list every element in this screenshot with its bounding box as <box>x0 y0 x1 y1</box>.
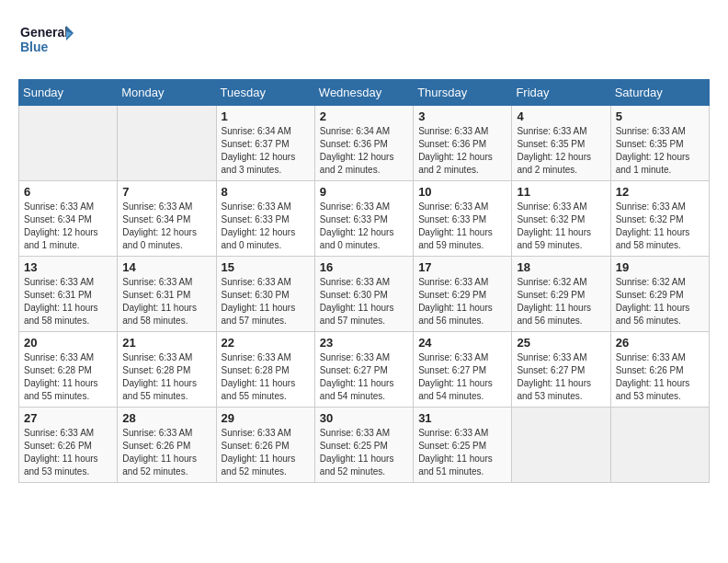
calendar-cell: 24Sunrise: 6:33 AM Sunset: 6:27 PM Dayli… <box>414 332 512 408</box>
calendar-cell: 9Sunrise: 6:33 AM Sunset: 6:33 PM Daylig… <box>314 181 413 257</box>
svg-text:General: General <box>20 25 68 40</box>
day-number: 31 <box>418 411 506 425</box>
day-number: 27 <box>24 411 112 425</box>
day-of-week-header: Monday <box>118 80 216 106</box>
day-info: Sunrise: 6:33 AM Sunset: 6:28 PM Dayligh… <box>24 351 112 403</box>
calendar-cell: 18Sunrise: 6:32 AM Sunset: 6:29 PM Dayli… <box>512 257 610 332</box>
day-number: 26 <box>616 336 704 350</box>
day-number: 16 <box>320 260 408 274</box>
day-number: 20 <box>24 336 112 350</box>
day-number: 15 <box>222 260 310 274</box>
logo: General Blue <box>18 18 74 64</box>
day-of-week-header: Tuesday <box>216 80 314 106</box>
calendar-cell: 31Sunrise: 6:33 AM Sunset: 6:25 PM Dayli… <box>414 408 512 483</box>
day-number: 12 <box>616 185 704 199</box>
day-number: 11 <box>517 185 605 199</box>
calendar-cell <box>19 106 118 181</box>
day-number: 13 <box>24 260 112 274</box>
day-info: Sunrise: 6:33 AM Sunset: 6:33 PM Dayligh… <box>320 201 408 252</box>
day-info: Sunrise: 6:33 AM Sunset: 6:30 PM Dayligh… <box>320 276 408 327</box>
day-info: Sunrise: 6:33 AM Sunset: 6:32 PM Dayligh… <box>616 201 704 252</box>
day-info: Sunrise: 6:33 AM Sunset: 6:25 PM Dayligh… <box>418 427 506 478</box>
day-number: 6 <box>24 185 112 199</box>
calendar-cell: 19Sunrise: 6:32 AM Sunset: 6:29 PM Dayli… <box>610 257 709 332</box>
calendar-cell: 30Sunrise: 6:33 AM Sunset: 6:25 PM Dayli… <box>314 408 413 483</box>
day-of-week-header: Friday <box>512 80 610 106</box>
day-info: Sunrise: 6:33 AM Sunset: 6:36 PM Dayligh… <box>418 125 506 177</box>
calendar-cell: 23Sunrise: 6:33 AM Sunset: 6:27 PM Dayli… <box>314 332 413 408</box>
calendar-cell <box>118 106 216 181</box>
day-info: Sunrise: 6:33 AM Sunset: 6:27 PM Dayligh… <box>517 351 605 403</box>
calendar-cell <box>610 408 709 483</box>
day-info: Sunrise: 6:33 AM Sunset: 6:27 PM Dayligh… <box>418 351 506 403</box>
calendar-cell: 16Sunrise: 6:33 AM Sunset: 6:30 PM Dayli… <box>314 257 413 332</box>
day-number: 7 <box>122 185 210 199</box>
calendar-week-row: 27Sunrise: 6:33 AM Sunset: 6:26 PM Dayli… <box>19 408 710 483</box>
day-info: Sunrise: 6:33 AM Sunset: 6:34 PM Dayligh… <box>122 201 210 252</box>
calendar-cell: 12Sunrise: 6:33 AM Sunset: 6:32 PM Dayli… <box>610 181 709 257</box>
day-of-week-header: Saturday <box>610 80 709 106</box>
page-header: General Blue <box>18 18 710 64</box>
day-info: Sunrise: 6:33 AM Sunset: 6:25 PM Dayligh… <box>320 427 408 478</box>
day-number: 3 <box>418 109 506 123</box>
day-info: Sunrise: 6:33 AM Sunset: 6:26 PM Dayligh… <box>616 351 704 403</box>
calendar-table: SundayMondayTuesdayWednesdayThursdayFrid… <box>18 79 710 483</box>
calendar-cell: 14Sunrise: 6:33 AM Sunset: 6:31 PM Dayli… <box>118 257 216 332</box>
day-number: 19 <box>616 260 704 274</box>
calendar-cell: 2Sunrise: 6:34 AM Sunset: 6:36 PM Daylig… <box>314 106 413 181</box>
day-info: Sunrise: 6:33 AM Sunset: 6:35 PM Dayligh… <box>517 125 605 177</box>
calendar-cell: 11Sunrise: 6:33 AM Sunset: 6:32 PM Dayli… <box>512 181 610 257</box>
day-number: 21 <box>122 336 210 350</box>
day-info: Sunrise: 6:32 AM Sunset: 6:29 PM Dayligh… <box>517 276 605 327</box>
calendar-week-row: 13Sunrise: 6:33 AM Sunset: 6:31 PM Dayli… <box>19 257 710 332</box>
calendar-cell: 26Sunrise: 6:33 AM Sunset: 6:26 PM Dayli… <box>610 332 709 408</box>
day-number: 9 <box>320 185 408 199</box>
calendar-cell: 22Sunrise: 6:33 AM Sunset: 6:28 PM Dayli… <box>216 332 314 408</box>
day-number: 22 <box>222 336 310 350</box>
day-of-week-header: Sunday <box>19 80 118 106</box>
day-info: Sunrise: 6:33 AM Sunset: 6:26 PM Dayligh… <box>222 427 310 478</box>
calendar-cell: 6Sunrise: 6:33 AM Sunset: 6:34 PM Daylig… <box>19 181 118 257</box>
day-number: 8 <box>222 185 310 199</box>
day-info: Sunrise: 6:34 AM Sunset: 6:36 PM Dayligh… <box>320 125 408 177</box>
day-info: Sunrise: 6:33 AM Sunset: 6:30 PM Dayligh… <box>222 276 310 327</box>
day-number: 23 <box>320 336 408 350</box>
calendar-cell: 1Sunrise: 6:34 AM Sunset: 6:37 PM Daylig… <box>216 106 314 181</box>
calendar-cell: 21Sunrise: 6:33 AM Sunset: 6:28 PM Dayli… <box>118 332 216 408</box>
day-info: Sunrise: 6:33 AM Sunset: 6:34 PM Dayligh… <box>24 201 112 252</box>
day-info: Sunrise: 6:33 AM Sunset: 6:33 PM Dayligh… <box>222 201 310 252</box>
calendar-cell: 28Sunrise: 6:33 AM Sunset: 6:26 PM Dayli… <box>118 408 216 483</box>
day-number: 4 <box>517 109 605 123</box>
calendar-cell: 27Sunrise: 6:33 AM Sunset: 6:26 PM Dayli… <box>19 408 118 483</box>
day-number: 28 <box>122 411 210 425</box>
day-number: 30 <box>320 411 408 425</box>
calendar-cell <box>512 408 610 483</box>
day-number: 18 <box>517 260 605 274</box>
day-info: Sunrise: 6:32 AM Sunset: 6:29 PM Dayligh… <box>616 276 704 327</box>
day-info: Sunrise: 6:33 AM Sunset: 6:28 PM Dayligh… <box>122 351 210 403</box>
day-of-week-header: Wednesday <box>314 80 413 106</box>
calendar-cell: 4Sunrise: 6:33 AM Sunset: 6:35 PM Daylig… <box>512 106 610 181</box>
day-info: Sunrise: 6:33 AM Sunset: 6:31 PM Dayligh… <box>24 276 112 327</box>
calendar-cell: 13Sunrise: 6:33 AM Sunset: 6:31 PM Dayli… <box>19 257 118 332</box>
day-number: 5 <box>616 109 704 123</box>
day-number: 17 <box>418 260 506 274</box>
day-info: Sunrise: 6:33 AM Sunset: 6:29 PM Dayligh… <box>418 276 506 327</box>
calendar-cell: 25Sunrise: 6:33 AM Sunset: 6:27 PM Dayli… <box>512 332 610 408</box>
day-info: Sunrise: 6:33 AM Sunset: 6:31 PM Dayligh… <box>122 276 210 327</box>
calendar-header-row: SundayMondayTuesdayWednesdayThursdayFrid… <box>19 80 710 106</box>
calendar-cell: 17Sunrise: 6:33 AM Sunset: 6:29 PM Dayli… <box>414 257 512 332</box>
day-number: 1 <box>222 109 310 123</box>
calendar-cell: 10Sunrise: 6:33 AM Sunset: 6:33 PM Dayli… <box>414 181 512 257</box>
day-number: 10 <box>418 185 506 199</box>
day-number: 24 <box>418 336 506 350</box>
day-info: Sunrise: 6:33 AM Sunset: 6:33 PM Dayligh… <box>418 201 506 252</box>
day-info: Sunrise: 6:33 AM Sunset: 6:27 PM Dayligh… <box>320 351 408 403</box>
calendar-cell: 3Sunrise: 6:33 AM Sunset: 6:36 PM Daylig… <box>414 106 512 181</box>
day-info: Sunrise: 6:33 AM Sunset: 6:28 PM Dayligh… <box>222 351 310 403</box>
day-info: Sunrise: 6:33 AM Sunset: 6:35 PM Dayligh… <box>616 125 704 177</box>
calendar-cell: 5Sunrise: 6:33 AM Sunset: 6:35 PM Daylig… <box>610 106 709 181</box>
day-info: Sunrise: 6:34 AM Sunset: 6:37 PM Dayligh… <box>222 125 310 177</box>
day-info: Sunrise: 6:33 AM Sunset: 6:26 PM Dayligh… <box>24 427 112 478</box>
svg-text:Blue: Blue <box>20 40 49 54</box>
